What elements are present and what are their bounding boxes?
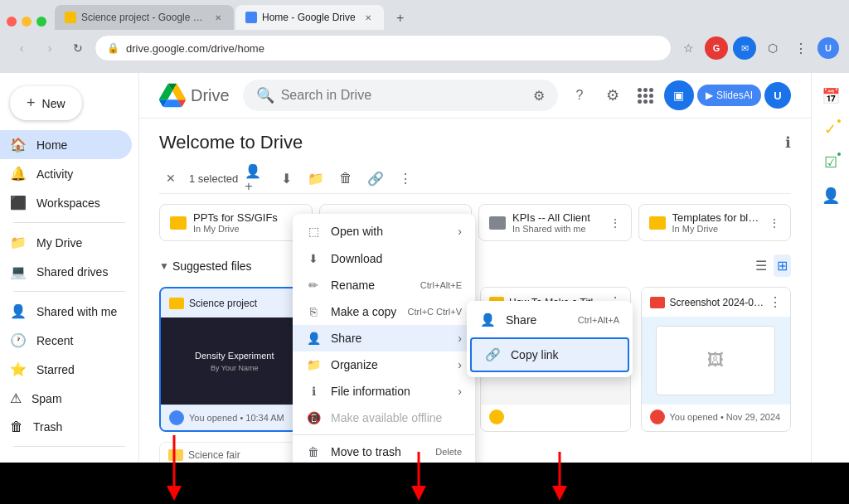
drive-favicon (245, 12, 257, 23)
download-toolbar-icon[interactable]: ⬇ (274, 167, 298, 190)
slides-ai-label: SlidesAI (716, 90, 753, 101)
win-maximize[interactable] (36, 17, 46, 27)
file-card-screenshot[interactable]: Screenshot 2024-02-21 10450... ⋮ 🖼 You o… (641, 287, 792, 432)
win-close[interactable] (7, 17, 17, 27)
profile-avatar[interactable]: U (764, 82, 791, 109)
share-arrow: › (458, 332, 462, 345)
folder-more-2[interactable]: ⋮ (609, 216, 621, 230)
share-label: Share (331, 332, 361, 345)
file-footer-text-0: You opened • 10:34 AM (189, 413, 284, 423)
share-person-icon[interactable]: 👤+ (245, 167, 268, 190)
list-view-button[interactable]: ☰ (752, 254, 770, 277)
tab2-close[interactable]: ✕ (362, 12, 374, 23)
settings-button[interactable]: ⚙ (598, 80, 628, 110)
ctx-move-trash[interactable]: 🗑 Move to trash Delete (293, 439, 475, 465)
trash-label: Trash (33, 420, 62, 434)
search-bar[interactable]: 🔍 ⚙ (243, 80, 558, 111)
copy-link-icon: 🔗 (485, 347, 501, 362)
ctx-share[interactable]: 👤 Share › (293, 325, 475, 351)
rename-shortcut: Ctrl+Alt+E (420, 280, 462, 290)
address-bar[interactable]: 🔒 drive.google.com/drive/home (95, 35, 672, 61)
selection-toolbar: ✕ 1 selected 👤+ ⬇ 📁 🗑 🔗 ⋮ (159, 163, 791, 194)
check-panel-icon[interactable]: ☑ (817, 149, 844, 176)
preview-subtitle-0: By Your Name (211, 364, 259, 372)
ctx-rename[interactable]: ✏ Rename Ctrl+Alt+E (293, 272, 475, 298)
tab-slides[interactable]: Science project - Google Slides ✕ (55, 5, 234, 30)
delete-toolbar-icon[interactable]: 🗑 (334, 167, 357, 190)
grid-view-button[interactable]: ⊞ (774, 254, 791, 277)
person-panel-icon[interactable]: 👤 (817, 182, 844, 209)
tab1-close[interactable]: ✕ (212, 12, 224, 23)
extension-btn-3[interactable]: ⬡ (761, 36, 784, 60)
search-icon: 🔍 (256, 86, 274, 104)
file-footer-3: You opened • Nov 29, 2024 (642, 404, 791, 429)
sidebar-item-spam[interactable]: ⚠ Spam (0, 384, 132, 413)
folder-loc-2: In Shared with me (512, 224, 590, 234)
reload-button[interactable]: ↻ (66, 36, 90, 60)
filter-icon[interactable]: ⚙ (533, 88, 545, 104)
my-drive-icon: 📁 (10, 235, 27, 250)
ctx-offline: 📵 Make available offline (293, 405, 475, 431)
folder-info-3: Templates for blog integration In My Dri… (672, 211, 763, 234)
sidebar-item-shared-with-me[interactable]: 👤 Shared with me (0, 297, 132, 326)
rename-label: Rename (331, 279, 375, 292)
folder-name-0: PPTs for SS/GIFs (193, 211, 278, 224)
apps-grid-button[interactable] (631, 80, 661, 110)
ctx-download[interactable]: ⬇ Download (293, 245, 475, 272)
share-submenu-copy-link[interactable]: 🔗 Copy link (470, 337, 629, 372)
extension-btn-1[interactable]: G (705, 36, 728, 60)
folder-icon-3 (649, 216, 666, 230)
move-toolbar-icon[interactable]: 📁 (304, 167, 327, 190)
calendar-panel-icon[interactable]: 📅 (817, 83, 844, 109)
ctx-file-info[interactable]: ℹ File information › (293, 378, 475, 405)
extension-btn-2[interactable]: ✉ (733, 36, 756, 60)
info-icon[interactable]: ℹ (785, 133, 791, 152)
folder-chip-0[interactable]: PPTs for SS/GIFs In My Drive ⋮ (159, 204, 313, 241)
folder-more-3[interactable]: ⋮ (769, 216, 780, 230)
new-tab-button[interactable]: + (389, 7, 412, 30)
account-switcher[interactable]: ▣ (664, 80, 694, 110)
sidebar-item-workspaces[interactable]: ⬛ Workspaces (0, 188, 132, 217)
folder-chip-2[interactable]: KPIs -- All Client In Shared with me ⋮ (478, 204, 632, 241)
sidebar-item-activity[interactable]: 🔔 Activity (0, 159, 132, 188)
sidebar-item-starred[interactable]: ⭐ Starred (0, 355, 132, 384)
slides-ai-button[interactable]: ▶ SlidesAI (697, 85, 761, 106)
tasks-panel-icon[interactable]: ✓ (817, 116, 844, 143)
win-minimize[interactable] (22, 17, 32, 27)
tab-drive[interactable]: Home - Google Drive ✕ (235, 5, 384, 30)
ctx-make-copy[interactable]: ⎘ Make a copy Ctrl+C Ctrl+V (293, 298, 475, 325)
file-more-3[interactable]: ⋮ (769, 294, 782, 310)
preview-text-0: Density Experiment (195, 351, 274, 361)
tasks-dot (836, 118, 842, 124)
link-toolbar-icon[interactable]: 🔗 (364, 167, 387, 190)
activity-label: Activity (36, 167, 73, 181)
folder-icon-2 (489, 216, 506, 230)
browser-menu[interactable]: ⋮ (789, 36, 813, 60)
back-button[interactable]: ‹ (10, 36, 33, 60)
forward-button[interactable]: › (38, 36, 61, 60)
sidebar-item-my-drive[interactable]: 📁 My Drive (0, 228, 132, 257)
bookmark-button[interactable]: ☆ (677, 36, 700, 60)
browser-chrome: Science project - Google Slides ✕ Home -… (0, 0, 849, 73)
sidebar-item-trash[interactable]: 🗑 Trash (0, 413, 132, 441)
collapse-icon[interactable]: ▼ (159, 260, 169, 272)
search-input[interactable] (281, 88, 526, 103)
ctx-organize[interactable]: 📁 Organize › (293, 351, 475, 378)
ctx-open-with[interactable]: ⬚ Open with › (293, 217, 475, 245)
shared-with-me-icon: 👤 (10, 303, 27, 319)
file-card-science-project[interactable]: Science project ⋮ Density Experiment By … (159, 287, 310, 432)
profile-button[interactable]: U (817, 37, 839, 59)
share-sub-icon: 👤 (480, 313, 496, 327)
file-info-icon: ℹ (306, 385, 321, 398)
help-button[interactable]: ? (565, 80, 594, 110)
close-selection-icon[interactable]: ✕ (159, 167, 182, 190)
new-button[interactable]: + New (10, 86, 82, 120)
sidebar-item-recent[interactable]: 🕐 Recent (0, 326, 132, 355)
share-submenu-share[interactable]: 👤 Share Ctrl+Alt+A (467, 304, 633, 336)
file-footer-0: You opened • 10:34 AM (161, 405, 308, 430)
more-toolbar-icon[interactable]: ⋮ (394, 167, 417, 190)
sidebar-item-home[interactable]: 🏠 Home (0, 130, 132, 159)
folder-chip-3[interactable]: Templates for blog integration In My Dri… (638, 204, 792, 241)
sidebar-item-shared-drives[interactable]: 💻 Shared drives (0, 257, 132, 286)
sidebar-divider-1 (13, 222, 125, 223)
